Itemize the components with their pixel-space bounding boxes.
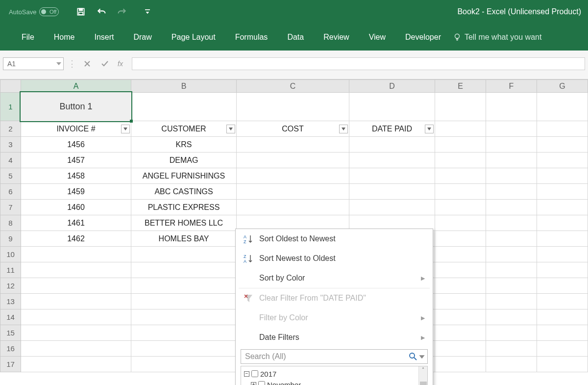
header-date-paid[interactable]: DATE PAID [349,121,435,137]
cell[interactable] [486,200,537,215]
formula-input[interactable] [132,57,585,70]
tab-developer[interactable]: Developer [395,24,451,51]
cell[interactable] [435,341,486,357]
expand-icon[interactable]: + [251,382,256,385]
cell[interactable] [21,294,131,309]
cell[interactable] [537,215,588,231]
sort-by-color[interactable]: Sort by Color ▶ [236,268,433,288]
cell[interactable] [21,309,131,325]
tree-node-year[interactable]: − 2017 [244,368,416,379]
cell[interactable] [486,215,537,231]
select-all-corner[interactable] [0,80,21,93]
accept-formula-icon[interactable] [98,57,112,70]
scroll-thumb[interactable] [420,382,427,385]
row-header-9[interactable]: 9 [0,231,21,247]
col-header-f[interactable]: F [486,80,537,93]
row-header-6[interactable]: 6 [0,184,21,200]
autosave-toggle[interactable]: AutoSave Off [9,7,59,16]
cell[interactable] [435,357,486,372]
sort-newest-to-oldest[interactable]: ZA Sort Newest to Oldest [236,249,433,268]
tab-formulas[interactable]: Formulas [225,24,278,51]
row-header-8[interactable]: 8 [0,215,21,231]
name-box[interactable]: A1 [3,57,64,70]
cell[interactable] [435,231,486,247]
header-cost[interactable]: COST [237,121,349,137]
cell[interactable] [349,168,435,184]
tell-me-search[interactable]: Tell me what you want [453,33,541,42]
row-header-4[interactable]: 4 [0,153,21,168]
cell[interactable] [486,309,537,325]
cell[interactable]: DEMAG [131,153,237,168]
cell[interactable] [537,262,588,278]
cell[interactable] [486,93,537,121]
cell[interactable] [131,294,237,309]
cell[interactable]: 1461 [21,215,131,231]
cell[interactable] [537,121,588,137]
cell[interactable] [537,247,588,262]
row-header-7[interactable]: 7 [0,200,21,215]
cell[interactable]: 1456 [21,137,131,153]
tab-home[interactable]: Home [44,24,85,51]
cell[interactable] [435,262,486,278]
row-header-15[interactable]: 15 [0,325,21,341]
row-header-12[interactable]: 12 [0,278,21,294]
date-filters[interactable]: Date Filters ▶ [236,328,433,347]
cell[interactable] [21,262,131,278]
cell[interactable] [537,153,588,168]
cell[interactable] [486,121,537,137]
form-button[interactable]: Button 1 [20,91,132,122]
header-invoice[interactable]: INVOICE # [21,121,131,137]
cell[interactable] [435,200,486,215]
col-header-b[interactable]: B [131,80,237,93]
cell[interactable] [349,93,435,121]
cell[interactable] [349,184,435,200]
cell[interactable] [237,93,349,121]
cell[interactable] [131,278,237,294]
tab-view[interactable]: View [359,24,395,51]
filter-button[interactable] [339,125,348,133]
cell[interactable] [435,121,486,137]
cell[interactable] [21,357,131,372]
row-header-11[interactable]: 11 [0,262,21,278]
cell[interactable] [486,184,537,200]
cell[interactable] [435,294,486,309]
cell[interactable] [21,325,131,341]
cell[interactable] [435,153,486,168]
cell[interactable] [486,137,537,153]
cell[interactable]: 1458 [21,168,131,184]
cell[interactable] [21,341,131,357]
cell[interactable] [131,325,237,341]
cell[interactable] [486,294,537,309]
cell[interactable]: ABC CASTINGS [131,184,237,200]
tab-data[interactable]: Data [277,24,314,51]
cell[interactable] [21,247,131,262]
filter-button[interactable] [121,125,130,133]
undo-icon[interactable] [96,6,107,17]
save-icon[interactable] [75,6,86,17]
customize-qat-icon[interactable] [142,6,153,17]
tree-scrollbar[interactable]: ˄ ˅ [418,366,427,385]
row-header-3[interactable]: 3 [0,137,21,153]
cell[interactable] [237,184,349,200]
cell[interactable] [435,184,486,200]
cell[interactable] [131,309,237,325]
col-header-e[interactable]: E [435,80,486,93]
cell[interactable] [435,278,486,294]
cell[interactable]: PLASTIC EXPRESS [131,200,237,215]
cell[interactable] [349,153,435,168]
cell[interactable]: BETTER HOMES LLC [131,215,237,231]
cell[interactable] [435,215,486,231]
row-header-2[interactable]: 2 [0,121,21,137]
cell[interactable] [486,357,537,372]
cell[interactable] [435,247,486,262]
cell[interactable] [486,341,537,357]
chevron-down-icon[interactable] [56,61,61,66]
cell[interactable] [237,137,349,153]
cell[interactable] [537,93,588,121]
redo-icon[interactable] [117,6,127,17]
cell[interactable]: 1457 [21,153,131,168]
scroll-up-icon[interactable]: ˄ [422,367,424,372]
sort-oldest-to-newest[interactable]: AZ Sort Oldest to Newest [236,229,433,249]
tab-review[interactable]: Review [314,24,359,51]
cell-a1[interactable]: Button 1 [21,93,131,121]
